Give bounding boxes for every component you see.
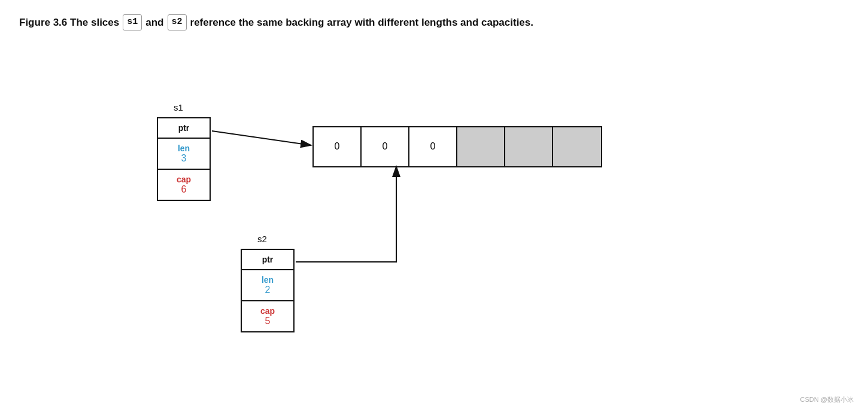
s1-len-value: 3 [164,153,204,164]
array-cell-2: 0 [409,127,457,166]
s1-ptr-label: ptr [164,123,204,133]
s2-label: s2 [257,234,267,244]
s2-cap-label: cap [248,306,287,316]
s1-ptr-cell: ptr [158,118,210,139]
s2-code-tag: s2 [168,14,187,30]
array-cell-4 [505,127,553,166]
s1-code-tag: s1 [123,14,142,30]
and-text: and [145,15,163,30]
s1-cap-cell: cap 6 [158,170,210,200]
arrows-svg [19,48,849,395]
diagram-area: s1 ptr len 3 cap 6 000 s2 ptr len [19,48,849,395]
s2-cap-cell: cap 5 [242,301,293,331]
s1-len-label: len [164,144,204,153]
array-cell-3 [457,127,505,166]
s1-ptr-arrow [212,131,311,145]
title-prefix: Figure 3.6 The slices [19,15,119,30]
array-cell-5 [553,127,601,166]
title-suffix: reference the same backing array with di… [190,15,533,30]
s1-len-cell: len 3 [158,139,210,170]
array-cell-0: 0 [314,127,362,166]
s2-ptr-label: ptr [248,255,287,264]
s1-struct-box: ptr len 3 cap 6 [157,117,211,201]
array-cell-1: 0 [362,127,409,166]
s2-ptr-arrow [296,166,396,262]
s2-cap-value: 5 [248,316,287,326]
figure-title: Figure 3.6 The slices s1 and s2 referenc… [19,14,849,30]
watermark: CSDN @数据小冰 [800,395,854,404]
s2-len-cell: len 2 [242,270,293,301]
s2-len-label: len [248,275,287,285]
s2-ptr-cell: ptr [242,250,293,270]
s1-cap-label: cap [164,175,204,184]
array-box: 000 [312,126,602,167]
s1-label: s1 [174,102,183,112]
s2-len-value: 2 [248,285,287,295]
s1-cap-value: 6 [164,184,204,195]
s2-struct-box: ptr len 2 cap 5 [241,249,295,332]
